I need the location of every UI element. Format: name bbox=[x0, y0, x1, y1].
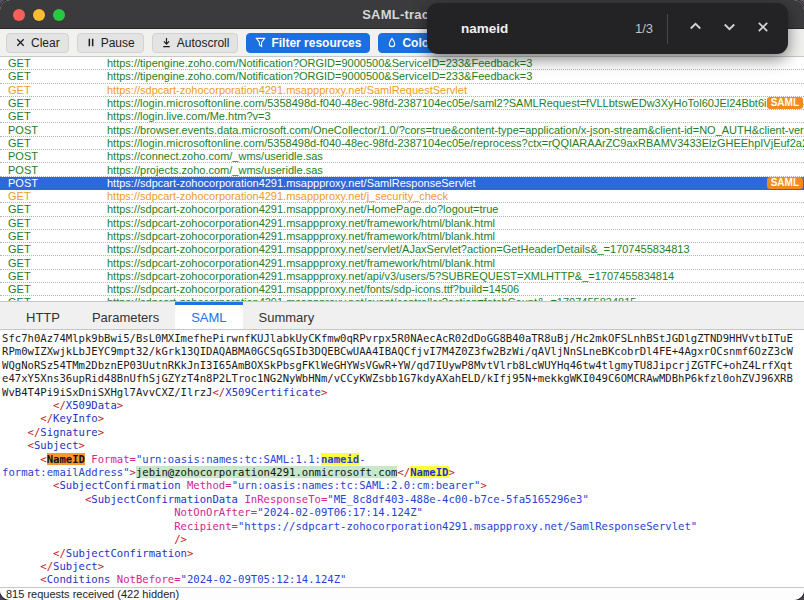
request-url: https://sdpcart-zohocorporation4291.msap… bbox=[107, 296, 804, 301]
xml-token: WQgNoRSz54TMm2DbznEP03UutnRKkJnI3I65AmBO… bbox=[2, 359, 793, 371]
request-method: GET bbox=[0, 270, 107, 282]
tab-summary[interactable]: Summary bbox=[243, 302, 331, 329]
xml-token: > bbox=[321, 386, 327, 398]
search-highlight: nameid bbox=[321, 453, 359, 465]
search-match-counter: 1/3 bbox=[635, 21, 653, 36]
xml-token: </ bbox=[40, 412, 53, 424]
request-row[interactable]: GEThttps://tipengine.zoho.com/Notificati… bbox=[0, 57, 804, 70]
request-row[interactable]: GEThttps://sdpcart-zohocorporation4291.m… bbox=[0, 243, 804, 256]
request-row[interactable]: GEThttps://sdpcart-zohocorporation4291.m… bbox=[0, 84, 804, 97]
xml-token: </ bbox=[53, 399, 66, 411]
request-url: https://sdpcart-zohocorporation4291.msap… bbox=[107, 84, 804, 96]
request-method: GET bbox=[0, 257, 107, 269]
tab-parameters[interactable]: Parameters bbox=[76, 302, 175, 329]
request-method: GET bbox=[0, 217, 107, 229]
xml-token: - bbox=[359, 453, 365, 465]
request-row[interactable]: POSThttps://connect.zoho.com/_wms/userid… bbox=[0, 150, 804, 163]
saml-xml-line: </Signature> bbox=[2, 426, 804, 439]
request-row[interactable]: GEThttps://sdpcart-zohocorporation4291.m… bbox=[0, 283, 804, 296]
tabbar: HTTP Parameters SAML Summary bbox=[0, 301, 804, 330]
search-highlight: NameID bbox=[47, 453, 85, 465]
pause-button[interactable]: Pause bbox=[77, 33, 144, 53]
request-method: GET bbox=[0, 296, 107, 301]
saml-xml-line: </SubjectConfirmation> bbox=[2, 547, 804, 560]
xml-token: SubjectConfirmationData bbox=[91, 493, 238, 505]
xml-token: </ bbox=[40, 560, 53, 572]
request-url: https://sdpcart-zohocorporation4291.msap… bbox=[107, 270, 804, 282]
autoscroll-button[interactable]: Autoscroll bbox=[152, 33, 239, 53]
saml-xml-line: <SubjectConfirmationData InResponseTo="M… bbox=[2, 493, 804, 506]
request-method: GET bbox=[0, 57, 107, 69]
request-row[interactable]: POSThttps://browser.events.data.microsof… bbox=[0, 123, 804, 136]
xml-token: Recipient= bbox=[174, 520, 238, 532]
window-close-button[interactable] bbox=[13, 9, 25, 21]
search-next-button[interactable] bbox=[712, 12, 746, 46]
saml-xml-line: WQgNoRSz54TMm2DbznEP03UutnRKkJnI3I65AmBO… bbox=[2, 359, 804, 372]
request-row[interactable]: GEThttps://login.live.com/Me.htm?v=3 bbox=[0, 110, 804, 123]
saml-xml-line: format:emailAddress">jebin@zohocorporati… bbox=[2, 466, 804, 479]
saml-xml-line: <SubjectConfirmation Method="urn:oasis:n… bbox=[2, 479, 804, 492]
request-url: https://login.live.com/Me.htm?v=3 bbox=[107, 110, 804, 122]
xml-token: < bbox=[40, 453, 46, 465]
saml-xml-line: e47xY5Xns36upRid48BnUfhSjGZYzT4n8P2LTroc… bbox=[2, 372, 804, 385]
request-url: https://login.microsoftonline.com/535849… bbox=[107, 97, 804, 109]
request-row[interactable]: GEThttps://sdpcart-zohocorporation4291.m… bbox=[0, 217, 804, 230]
xml-token: > bbox=[98, 426, 104, 438]
request-method: POST bbox=[0, 124, 107, 136]
request-row[interactable]: GEThttps://sdpcart-zohocorporation4291.m… bbox=[0, 203, 804, 216]
saml-xml-line: /> bbox=[2, 533, 804, 546]
request-row[interactable]: POSThttps://projects.zoho.com/_wms/useri… bbox=[0, 163, 804, 176]
status-text: 815 requests received (422 hidden) bbox=[6, 588, 179, 600]
request-row[interactable]: GEThttps://sdpcart-zohocorporation4291.m… bbox=[0, 270, 804, 283]
request-row[interactable]: GEThttps://sdpcart-zohocorporation4291.m… bbox=[0, 190, 804, 203]
request-url: https://sdpcart-zohocorporation4291.msap… bbox=[107, 230, 804, 242]
pause-button-label: Pause bbox=[101, 36, 135, 50]
request-url: https://sdpcart-zohocorporation4291.msap… bbox=[107, 283, 804, 295]
search-prev-button[interactable] bbox=[678, 12, 712, 46]
tab-http[interactable]: HTTP bbox=[10, 302, 76, 329]
xml-token: X509Data bbox=[66, 399, 117, 411]
request-method: GET bbox=[0, 110, 107, 122]
request-method: GET bbox=[0, 283, 107, 295]
xml-token: e47xY5Xns36upRid48BnUfhSjGZYzT4n8P2LTroc… bbox=[2, 372, 793, 384]
request-method: GET bbox=[0, 97, 107, 109]
xml-token: Signature bbox=[40, 426, 97, 438]
search-input[interactable]: nameid bbox=[461, 21, 635, 36]
search-close-button[interactable] bbox=[746, 12, 780, 46]
filter-resources-button[interactable]: Filter resources bbox=[246, 33, 370, 53]
request-row[interactable]: POSThttps://sdpcart-zohocorporation4291.… bbox=[0, 177, 804, 190]
request-row[interactable]: GEThttps://sdpcart-zohocorporation4291.m… bbox=[0, 256, 804, 269]
xml-token: NotBefore= bbox=[117, 573, 181, 585]
xml-token: RPm0wIZXwjkLbJEYC9mpt32/kGrk13QIDAQABMA0… bbox=[2, 345, 793, 357]
request-row[interactable]: GEThttps://tipengine.zoho.com/Notificati… bbox=[0, 70, 804, 83]
request-row[interactable]: GEThttps://login.microsoftonline.com/535… bbox=[0, 97, 804, 110]
xml-token: "urn:oasis:names:tc:SAML:2.0:cm:bearer" bbox=[232, 479, 481, 491]
request-row[interactable]: GEThttps://login.microsoftonline.com/535… bbox=[0, 137, 804, 150]
xml-token: Subject bbox=[34, 439, 79, 451]
saml-badge: SAML bbox=[767, 97, 803, 109]
request-url: https://tipengine.zoho.com/Notification?… bbox=[107, 57, 804, 69]
request-method: GET bbox=[0, 84, 107, 96]
request-row[interactable]: GEThttps://sdpcart-zohocorporation4291.m… bbox=[0, 230, 804, 243]
xml-token: SubjectConfirmation bbox=[66, 547, 187, 559]
tab-saml[interactable]: SAML bbox=[175, 302, 242, 329]
xml-token: </ bbox=[28, 426, 41, 438]
saml-xml-line: </X509Data> bbox=[2, 399, 804, 412]
saml-xml-line: NotOnOrAfter="2024-02-09T06:17:14.124Z" bbox=[2, 506, 804, 519]
saml-xml-line: RPm0wIZXwjkLbJEYC9mpt32/kGrk13QIDAQABMA0… bbox=[2, 345, 804, 358]
xml-token: > bbox=[480, 479, 486, 491]
request-url: https://sdpcart-zohocorporation4291.msap… bbox=[107, 190, 804, 202]
xml-token: KeyInfo bbox=[53, 412, 98, 424]
xml-token: </ bbox=[397, 466, 410, 478]
statusbar: 815 requests received (422 hidden) bbox=[0, 587, 804, 600]
request-row[interactable]: GEThttps://sdpcart-zohocorporation4291.m… bbox=[0, 296, 804, 301]
window-zoom-button[interactable] bbox=[53, 9, 65, 21]
clear-button[interactable]: Clear bbox=[6, 33, 69, 53]
xml-token: X509Certificate bbox=[225, 386, 321, 398]
window-minimize-button[interactable] bbox=[33, 9, 45, 21]
close-icon bbox=[756, 20, 770, 38]
saml-xml-line: WvB4T4Pi9iSxDniSXHgl7AvvCXZ/IlrzJ</X509C… bbox=[2, 386, 804, 399]
xml-token: Subject bbox=[53, 560, 98, 572]
xml-token: WvB4T4Pi9iSxDniSXHgl7AvvCXZ/IlrzJ bbox=[2, 386, 212, 398]
saml-xml-line: </Subject> bbox=[2, 560, 804, 573]
